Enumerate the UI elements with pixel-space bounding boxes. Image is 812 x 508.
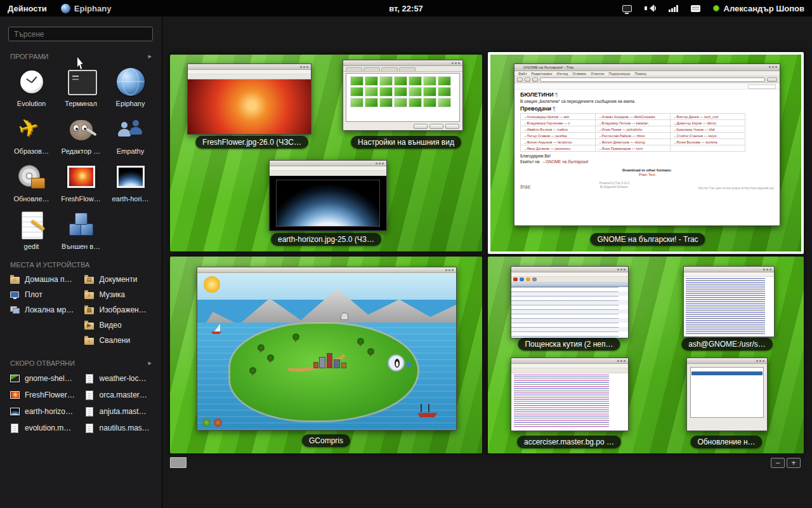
software-update-icon	[15, 161, 48, 194]
volume-icon[interactable]	[645, 4, 656, 12]
recent-label: nautilus.mas…	[100, 424, 150, 432]
app-terminal[interactable]: Терминал	[56, 65, 106, 107]
workspace-1[interactable]: FreshFlower.jpg-26.0 (ЧЗС… Настройки на …	[170, 55, 482, 251]
activities-button[interactable]: Дейности	[0, 0, 55, 17]
network-icon	[9, 306, 20, 314]
url-bar[interactable]	[540, 77, 765, 82]
app-label: Evolution	[7, 100, 56, 107]
team-text: Екипът на→GNOME на български!	[520, 159, 774, 164]
empathy-icon	[114, 113, 147, 146]
earth-image-thumbnail-icon	[114, 161, 147, 194]
text-file-icon	[9, 424, 20, 433]
place-pictures[interactable]: ▦ Изображен…	[81, 302, 156, 318]
workspace-3[interactable]: GCompris	[170, 257, 482, 453]
place-documents[interactable]: ▤ Документи	[81, 272, 156, 287]
app-earth-image[interactable]: earth-hori…	[106, 161, 155, 203]
go-button[interactable]	[767, 77, 777, 82]
recent-item[interactable]: evolution.m…	[6, 420, 81, 436]
gimp-icon	[65, 113, 98, 146]
volumes-icon	[65, 208, 98, 241]
recent-item[interactable]: gnome-shel…	[6, 370, 81, 387]
browser-window-title: GNOME на български! - Trac	[514, 64, 780, 70]
app-software-update[interactable]: Обновле…	[7, 161, 56, 203]
user-name: Александър Шопов	[724, 4, 804, 13]
text-file-icon	[84, 407, 95, 417]
app-empathy[interactable]: Empathy	[106, 113, 155, 155]
app-menu[interactable]: Epiphany	[55, 4, 118, 13]
app-gcompris[interactable]: ✈ Образов…	[7, 113, 56, 155]
window-terminal[interactable]	[683, 266, 775, 337]
gcompris-plane-icon: ✈	[15, 113, 48, 146]
recent-item[interactable]: orca.master…	[81, 387, 156, 403]
recent-items-list: gnome-shel… FreshFlower… earth-horizo… e…	[6, 370, 155, 436]
recent-item[interactable]: earth-horizo…	[6, 403, 81, 420]
remove-workspace-button[interactable]: −	[771, 458, 785, 468]
user-menu[interactable]: Александър Шопов	[713, 4, 804, 13]
app-external-volumes[interactable]: Външен в…	[56, 208, 106, 250]
gnome-bg-link[interactable]: →GNOME на български!	[541, 159, 588, 164]
workspace-2-active[interactable]: GNOME на български! - Trac ФайлРедактира…	[488, 52, 804, 254]
desktop-icon	[9, 291, 20, 298]
window-trac-browser[interactable]: GNOME на български! - Trac ФайлРедактира…	[514, 64, 780, 226]
terminal-output	[684, 277, 774, 337]
window-freshflower-viewer[interactable]	[187, 64, 311, 135]
window-title-label: accerciser.master.bg.po …	[517, 436, 621, 448]
place-label: Видео	[100, 321, 122, 330]
recent-label: orca.master…	[100, 391, 147, 399]
recent-expand-icon[interactable]: ▸	[148, 359, 152, 367]
window-update-manager[interactable]	[686, 358, 768, 431]
app-freshflower-image[interactable]: FreshFlow…	[56, 161, 106, 203]
app-gedit[interactable]: gedit	[7, 208, 56, 250]
place-label: Документи	[100, 275, 138, 284]
window-title-label: FreshFlower.jpg-26.0 (ЧЗС…	[195, 136, 308, 149]
recent-item[interactable]: weather-loc…	[81, 370, 156, 387]
display-icon[interactable]	[622, 5, 632, 12]
recent-section-header: СКОРО ОТВАРЯНИ ▸	[10, 359, 152, 367]
recent-item[interactable]: nautilus.mas…	[81, 420, 156, 436]
place-music[interactable]: ♪ Музика	[81, 287, 156, 302]
clock[interactable]: вт, 22:57	[389, 4, 423, 13]
places-list: ⌂ Домашна п… Плот Локална мр… ▤ Документ…	[6, 272, 155, 348]
bulletins-intro: В секция „Бюлетини“ са периодичните съоб…	[520, 99, 774, 104]
recent-label: FreshFlower…	[25, 391, 75, 399]
place-local-network[interactable]: Локална мр…	[6, 302, 81, 318]
network-signal-icon[interactable]	[669, 5, 678, 12]
window-evolution-mail[interactable]	[511, 266, 629, 338]
place-downloads[interactable]: ↓ Свалени	[81, 333, 156, 348]
app-epiphany[interactable]: Epiphany	[106, 65, 155, 107]
window-title-label: Обновление н…	[690, 436, 762, 448]
earth-image	[270, 176, 386, 231]
window-earth-viewer[interactable]	[269, 160, 387, 231]
recent-label: anjuta.mast…	[100, 407, 147, 416]
recent-item[interactable]: anjuta.mast…	[81, 403, 156, 420]
back-button[interactable]	[517, 77, 523, 82]
terminal-icon	[65, 65, 98, 98]
input-method-icon[interactable]	[691, 5, 700, 12]
app-gimp[interactable]: Редактор …	[56, 113, 106, 155]
plain-text-link[interactable]: Plain Text	[520, 173, 774, 177]
place-label: Изображен…	[100, 305, 147, 314]
recent-item[interactable]: FreshFlower…	[6, 387, 81, 403]
window-gcompris[interactable]	[197, 267, 457, 431]
places-header-label: МЕСТА И УСТРОЙСТВА	[10, 261, 89, 269]
window-gedit-po-file[interactable]	[511, 358, 629, 431]
forward-button[interactable]	[525, 77, 530, 82]
workspace-4[interactable]: Пощенска кутия (2 неп… ash@GNOME:/usr/s……	[488, 257, 804, 453]
status-area: Александър Шопов	[622, 4, 812, 13]
app-evolution[interactable]: Evolution	[7, 65, 56, 107]
programs-expand-icon[interactable]: ▸	[148, 52, 152, 60]
place-videos[interactable]: ▶ Видео	[81, 318, 156, 333]
window-appearance-settings[interactable]	[343, 60, 463, 131]
trac-logo: trac	[520, 184, 531, 190]
reload-button[interactable]	[532, 77, 538, 82]
place-home[interactable]: ⌂ Домашна п…	[6, 272, 81, 287]
add-workspace-button[interactable]: +	[787, 458, 801, 468]
workspace-indicator[interactable]	[170, 457, 187, 468]
gnome-shell-overview: Дейности Epiphany вт, 22:57 Александър Ш…	[0, 0, 812, 508]
app-label: gedit	[7, 243, 56, 250]
pictures-folder-icon: ▦	[84, 306, 95, 314]
search-input[interactable]	[8, 27, 153, 41]
flower-image-thumbnail-icon	[65, 161, 98, 194]
mail-list	[511, 287, 628, 338]
place-desktop[interactable]: Плот	[6, 287, 81, 302]
